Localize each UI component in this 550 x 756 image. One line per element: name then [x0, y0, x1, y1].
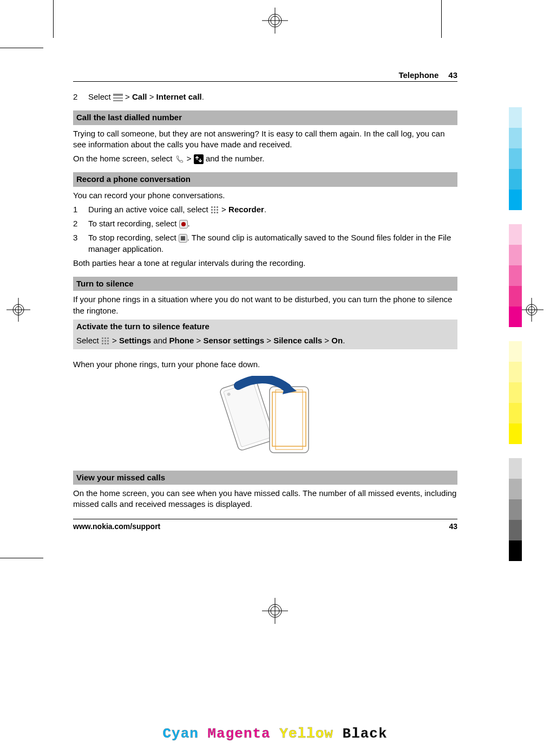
footer-page: 43 — [449, 522, 457, 532]
color-calibration-bars — [509, 107, 522, 561]
color-bar — [509, 403, 522, 423]
turn-phone-illustration — [73, 376, 457, 460]
color-bar — [509, 341, 522, 362]
list-item: 2 To start recording, select . — [73, 218, 457, 229]
registration-mark-bottom — [260, 596, 290, 626]
svg-rect-20 — [272, 392, 306, 446]
color-bar — [509, 479, 522, 499]
registration-mark-top — [260, 5, 290, 36]
paragraph: Trying to call someone, but they are not… — [73, 128, 457, 151]
paragraph: Both parties hear a tone at regular inte… — [73, 258, 457, 269]
list-item: 3 To stop recording, select . The sound … — [73, 232, 457, 255]
footer-url: www.nokia.com/support — [73, 522, 160, 532]
color-bar — [509, 362, 522, 382]
color-bar — [509, 265, 522, 286]
svg-rect-17 — [224, 381, 272, 447]
section-heading: View your missed calls — [73, 471, 457, 485]
paragraph: If your phone rings in a situation where… — [73, 294, 457, 316]
section-title: Telephone — [398, 70, 438, 80]
redial-icon — [194, 154, 204, 164]
section-heading: Turn to silence — [73, 277, 457, 291]
color-bar — [509, 107, 522, 128]
color-bar — [509, 128, 522, 148]
page-content: Telephone 43 2 Select > Call > Internet … — [73, 70, 457, 531]
registration-mark-right — [519, 297, 545, 323]
crop-mark — [0, 48, 43, 48]
color-bar — [509, 540, 522, 561]
color-bar — [509, 169, 522, 190]
record-icon — [179, 220, 188, 229]
step-number: 2 — [73, 92, 88, 102]
color-bar — [509, 458, 522, 479]
color-bar — [509, 307, 522, 327]
color-bar — [509, 423, 522, 444]
menu-icon — [101, 337, 110, 346]
color-bar — [509, 148, 522, 169]
options-icon — [113, 94, 123, 101]
crop-mark — [53, 0, 54, 38]
crop-mark — [0, 558, 43, 558]
list-item: 2 Select > Call > Internet call. — [73, 92, 457, 102]
paragraph: You can record your phone conversations. — [73, 190, 457, 201]
step-text: Select > Call > Internet call. — [88, 92, 457, 102]
color-bar — [509, 245, 522, 265]
color-bar — [509, 190, 522, 210]
paragraph: When your phone rings, turn your phone f… — [73, 359, 457, 370]
crop-mark — [441, 0, 442, 38]
section-heading: Call the last dialled number — [73, 110, 457, 125]
list-item: 1 During an active voice call, select > … — [73, 204, 457, 215]
color-bar — [509, 286, 522, 307]
color-bar — [509, 382, 522, 403]
color-bar — [509, 224, 522, 245]
paragraph: On the home screen, select > and the num… — [73, 153, 457, 164]
yellow-label: Yellow — [279, 726, 333, 742]
stop-icon — [179, 234, 187, 243]
sub-body: Select > Settings and Phone > Sensor set… — [73, 334, 457, 349]
call-icon — [175, 154, 185, 164]
color-bar — [509, 520, 522, 540]
page-header: Telephone 43 — [73, 70, 457, 82]
paragraph: On the home screen, you can see when you… — [73, 488, 457, 510]
page-footer: www.nokia.com/support 43 — [73, 519, 457, 532]
black-label: Black — [343, 726, 388, 742]
color-bar — [509, 499, 522, 520]
registration-mark-left — [5, 297, 31, 323]
magenta-label: Magenta — [207, 726, 270, 742]
menu-icon — [211, 206, 219, 214]
section-heading: Record a phone conversation — [73, 172, 457, 186]
sub-heading: Activate the turn to silence feature — [73, 320, 457, 334]
page-number: 43 — [448, 70, 457, 80]
color-labels: Cyan Magenta Yellow Black — [162, 726, 387, 742]
cyan-label: Cyan — [162, 726, 198, 742]
